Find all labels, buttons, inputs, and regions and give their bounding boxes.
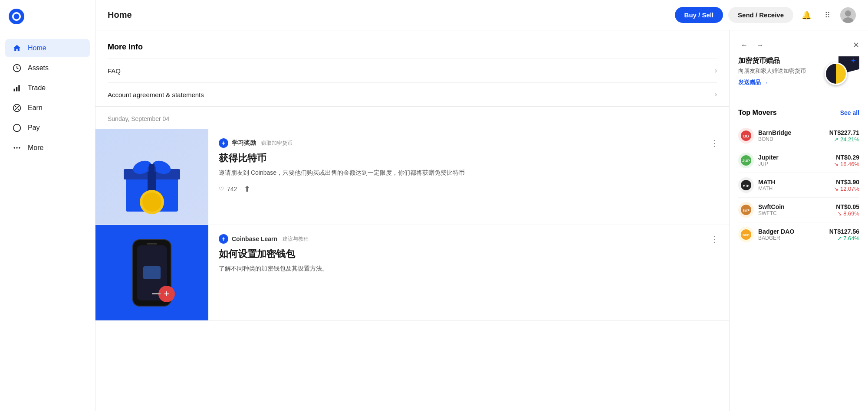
mover-math[interactable]: MTH MATH MATH NT$3.90 ↘ 12.07% (738, 173, 859, 198)
send-gift-link[interactable]: 发送赠品 → (738, 78, 819, 86)
main-area: Home Buy / Sell Send / Receive 🔔 ⠿ More … (95, 0, 868, 411)
math-name: MATH (758, 179, 834, 186)
sidebar-item-assets-label: Assets (28, 64, 49, 72)
svg-point-12 (19, 147, 20, 148)
assets-icon (12, 63, 22, 73)
notifications-bell-icon[interactable]: 🔔 (799, 7, 814, 23)
send-receive-button[interactable]: Send / Receive (728, 7, 793, 23)
swftcoin-icon: SWF (738, 202, 754, 218)
sidebar-logo (0, 9, 95, 39)
feed-card-wallet-body: + Coinbase Learn 建议与教程 ⋮ 如何设置加密钱包 了解不同种类… (208, 225, 729, 320)
account-agreement-link[interactable]: Account agreement & statements › (108, 82, 717, 106)
top-movers-title: Top Movers (738, 109, 777, 117)
gift-panel-illustration: ✦ (825, 56, 859, 91)
date-label: Sunday, September 04 (95, 107, 729, 129)
barnbridge-ticker: BOND (758, 136, 829, 142)
coinbase-learn-tag-sub: 建议与教程 (283, 235, 309, 243)
user-avatar[interactable] (840, 7, 856, 23)
right-panel: ← → ✕ 加密货币赠品 向朋友和家人赠送加密货币 发送赠品 → (729, 30, 868, 411)
sidebar-item-trade[interactable]: Trade (5, 79, 90, 97)
star-accent-icon: ✦ (851, 57, 856, 64)
gift-promo-panel: ← → ✕ 加密货币赠品 向朋友和家人赠送加密货币 发送赠品 → (730, 30, 868, 100)
sidebar-item-more[interactable]: More (5, 139, 90, 157)
feed-card-bitcoin-title: 获得比特币 (219, 152, 719, 165)
see-all-link[interactable]: See all (840, 109, 859, 116)
feed-card-wallet-image: + (95, 225, 208, 320)
swftcoin-ticker: SWFTC (758, 210, 836, 216)
jupiter-logo-icon: JUP (741, 155, 751, 166)
learn-rewards-tag-name: 学习奖励 (232, 139, 256, 147)
sidebar-item-trade-label: Trade (28, 84, 46, 92)
feed-card-bitcoin-menu-icon[interactable]: ⋮ (710, 138, 719, 148)
svg-rect-2 (14, 89, 15, 91)
svg-point-10 (14, 147, 15, 148)
account-agreement-chevron-icon: › (715, 91, 717, 98)
math-ticker: MATH (758, 186, 834, 192)
feed-card-bitcoin-meta: + 学习奖励 赚取加密货币 ⋮ (219, 138, 719, 148)
gift-box-illustration (117, 138, 187, 216)
next-promo-button[interactable]: → (754, 39, 766, 51)
topbar: Home Buy / Sell Send / Receive 🔔 ⠿ (95, 0, 868, 30)
jupiter-icon: JUP (738, 153, 754, 168)
barnbridge-name: BarnBridge (758, 129, 829, 136)
feed-card-wallet-title: 如何设置加密钱包 (219, 248, 719, 261)
swftcoin-name: SwftCoin (758, 203, 836, 210)
gift-panel-text: 加密货币赠品 向朋友和家人赠送加密货币 发送赠品 → (738, 56, 819, 86)
math-price-info: NT$3.90 ↘ 12.07% (834, 179, 859, 192)
sidebar-item-home[interactable]: Home (5, 39, 90, 57)
crypto-coin-icon (825, 62, 847, 85)
page-title: Home (108, 10, 132, 20)
feed-card-bitcoin-tag: + 学习奖励 赚取加密货币 (219, 138, 293, 148)
gift-panel-nav: ← → (738, 39, 766, 51)
feed-card-wallet-menu-icon[interactable]: ⋮ (710, 234, 719, 244)
sidebar-item-earn[interactable]: Earn (5, 99, 90, 117)
swftcoin-price-info: NT$0.05 ↘ 8.69% (836, 203, 859, 217)
mover-jupiter[interactable]: JUP Jupiter JUP NT$0.29 ↘ 16.46% (738, 148, 859, 173)
swftcoin-price: NT$0.05 (836, 203, 859, 210)
share-button[interactable]: ⬆ (244, 184, 250, 194)
earn-icon (12, 103, 22, 113)
wallet-image-area: + (95, 225, 208, 320)
mover-barnbridge[interactable]: BB BarnBridge BOND NT$227.71 ↗ 24.21% (738, 124, 859, 148)
math-icon: MTH (738, 177, 754, 193)
math-logo-icon: MTH (741, 180, 751, 190)
prev-promo-button[interactable]: ← (738, 39, 750, 51)
buy-sell-button[interactable]: Buy / Sell (675, 7, 723, 23)
svg-point-21 (142, 192, 161, 212)
svg-rect-25 (149, 164, 155, 174)
more-info-title: More Info (108, 42, 717, 52)
sidebar: Home Assets Trade Earn P (0, 0, 95, 411)
feed-card-bitcoin-desc: 邀请朋友到 Coinbase，只要他们购买或出售的金额达到一定限度，你们都将获赠… (219, 168, 719, 177)
home-icon (12, 43, 22, 53)
barnbridge-price: NT$227.71 (829, 129, 859, 136)
svg-point-8 (18, 109, 19, 110)
like-button[interactable]: ♡ 742 (219, 186, 237, 192)
svg-text:JUP: JUP (742, 159, 750, 163)
barnbridge-info: BarnBridge BOND (758, 129, 829, 142)
mover-swftcoin[interactable]: SWF SwftCoin SWFTC NT$0.05 ↘ 8.69% (738, 198, 859, 222)
badgerdao-price-info: NT$127.56 ↗ 7.64% (829, 228, 859, 241)
grid-menu-icon[interactable]: ⠿ (819, 7, 835, 23)
badgerdao-name: Badger DAO (758, 228, 829, 235)
close-promo-button[interactable]: ✕ (853, 40, 859, 50)
sidebar-item-pay[interactable]: Pay (5, 119, 90, 137)
gift-image-area (95, 129, 208, 225)
heart-icon: ♡ (219, 186, 224, 192)
svg-text:MTH: MTH (743, 184, 749, 187)
jupiter-price: NT$0.29 (834, 154, 859, 161)
feed-card-wallet-desc: 了解不同种类的加密钱包及其设置方法。 (219, 264, 719, 273)
gift-panel-desc: 向朋友和家人赠送加密货币 (738, 67, 819, 75)
feed-card-wallet-meta: + Coinbase Learn 建议与教程 ⋮ (219, 234, 719, 244)
sidebar-item-assets[interactable]: Assets (5, 59, 90, 77)
faq-link[interactable]: FAQ › (108, 59, 717, 82)
feed-card-bitcoin: + 学习奖励 赚取加密货币 ⋮ 获得比特币 邀请朋友到 Coinbase，只要他… (95, 129, 729, 225)
add-wallet-icon: + (158, 286, 175, 302)
top-movers-section: Top Movers See all BB BarnBridge BOND NT… (730, 100, 868, 255)
mover-badgerdao[interactable]: BGD Badger DAO BADGER NT$127.56 ↗ 7.64% (738, 222, 859, 247)
jupiter-change: ↘ 16.46% (834, 161, 859, 167)
svg-rect-4 (18, 85, 20, 91)
main-feed: More Info FAQ › Account agreement & stat… (95, 30, 729, 411)
jupiter-name: Jupiter (758, 154, 834, 161)
svg-point-7 (15, 106, 16, 108)
sidebar-item-pay-label: Pay (28, 124, 40, 132)
